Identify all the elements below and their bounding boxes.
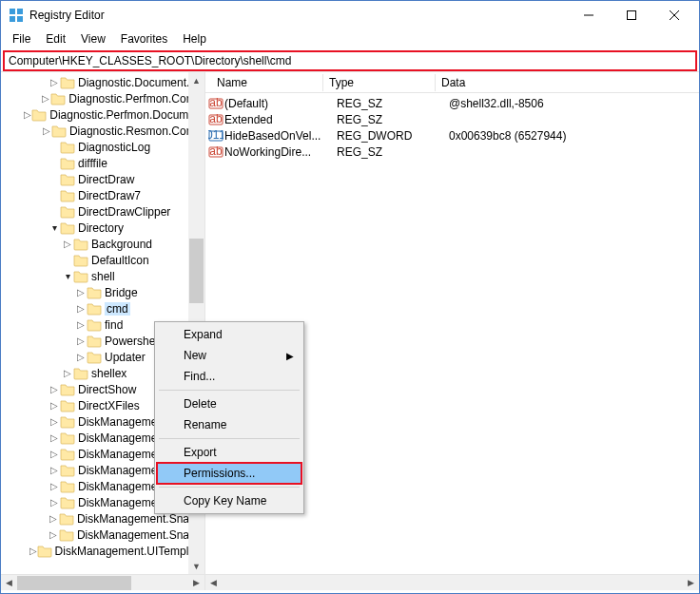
- ctx-copy-key-name[interactable]: Copy Key Name: [157, 490, 301, 511]
- scroll-left-button[interactable]: ◀: [1, 575, 17, 591]
- scroll-right-button[interactable]: ▶: [683, 575, 699, 591]
- expand-icon[interactable]: ▷: [48, 513, 59, 524]
- expand-icon[interactable]: ▷: [75, 335, 87, 346]
- tree-item-label: DirectShow: [78, 383, 136, 396]
- expand-icon[interactable]: ▷: [75, 352, 87, 362]
- list-row[interactable]: 011HideBasedOnVel...REG_DWORD0x00639bc8 …: [207, 127, 699, 144]
- tree-item[interactable]: DirectDraw: [1, 171, 204, 187]
- ctx-permissions[interactable]: Permissions...: [157, 463, 301, 484]
- tree-item[interactable]: ▷Diagnostic.Perfmon.Document: [1, 106, 204, 123]
- value-type: REG_SZ: [337, 113, 449, 126]
- svg-text:ab: ab: [209, 97, 223, 109]
- ctx-rename[interactable]: Rename: [157, 414, 301, 435]
- tree-item[interactable]: ▷Diagnostic.Perfmon.Config: [1, 90, 204, 106]
- expand-icon[interactable]: ▷: [75, 287, 87, 297]
- folder-icon: [60, 141, 75, 154]
- header-name[interactable]: Name: [211, 74, 323, 91]
- ctx-export[interactable]: Export: [157, 442, 301, 463]
- folder-icon: [60, 480, 75, 493]
- svg-rect-1: [17, 9, 23, 14]
- svg-text:ab: ab: [209, 145, 223, 158]
- tree-item[interactable]: DirectDrawClipper: [1, 203, 204, 220]
- folder-icon: [51, 125, 67, 138]
- ctx-label: Permissions...: [184, 467, 255, 480]
- list-row[interactable]: abNoWorkingDire...REG_SZ: [207, 144, 699, 160]
- expand-icon[interactable]: ▷: [49, 384, 60, 394]
- tree-item[interactable]: ▷Bridge: [1, 284, 204, 300]
- tree-item-label: DirectDraw7: [78, 189, 141, 202]
- scroll-thumb-h[interactable]: [17, 576, 131, 590]
- close-button[interactable]: [652, 2, 695, 29]
- menu-help[interactable]: Help: [175, 30, 214, 48]
- tree-item-label: Background: [91, 238, 152, 251]
- ctx-new[interactable]: New▶: [157, 345, 301, 366]
- maximize-button[interactable]: [610, 2, 652, 29]
- tree-item-label: Diagnostic.Perfmon.Document: [49, 108, 204, 122]
- list-scrollbar-horizontal[interactable]: ◀ ▶: [205, 574, 699, 590]
- expand-icon[interactable]: ▷: [49, 400, 60, 411]
- tree-item-label: DirectXFiles: [78, 399, 140, 412]
- scroll-thumb[interactable]: [189, 239, 204, 303]
- menu-file[interactable]: File: [5, 30, 38, 48]
- scroll-up-button[interactable]: ▲: [188, 72, 204, 88]
- tree-item[interactable]: ▷Diagnostic.Resmon.Config: [1, 123, 204, 139]
- tree-item[interactable]: ▷Background: [1, 236, 204, 252]
- expand-icon[interactable]: ▷: [62, 239, 73, 249]
- tree-item[interactable]: ▾Directory: [1, 220, 204, 236]
- expand-icon[interactable]: ▷: [41, 93, 50, 104]
- tree-item-label: DirectDraw: [78, 173, 134, 186]
- expand-icon[interactable]: ▷: [75, 303, 87, 314]
- expand-icon[interactable]: ▷: [48, 529, 59, 540]
- tree-item[interactable]: ▷DiskManagement.Snapin: [1, 527, 204, 543]
- scroll-down-button[interactable]: ▼: [188, 558, 204, 574]
- collapse-icon[interactable]: ▾: [62, 271, 73, 281]
- expand-icon[interactable]: ▷: [49, 77, 60, 87]
- tree-item[interactable]: DirectDraw7: [1, 187, 204, 203]
- folder-icon: [60, 383, 75, 396]
- minimize-button[interactable]: [567, 2, 610, 29]
- tree-item[interactable]: difffile: [1, 155, 204, 171]
- tree-item-label: DiskManagement.UITemplate: [55, 545, 204, 558]
- tree-item[interactable]: ▷DiskManagement.UITemplate: [1, 543, 204, 559]
- expand-icon[interactable]: ▷: [49, 416, 60, 427]
- tree-item[interactable]: DiagnosticLog: [1, 139, 204, 155]
- expand-icon[interactable]: ▷: [49, 432, 60, 443]
- folder-icon: [60, 205, 75, 219]
- tree-item[interactable]: ▾shell: [1, 268, 204, 284]
- ctx-expand[interactable]: Expand: [157, 324, 301, 345]
- expand-icon[interactable]: ▷: [75, 319, 87, 330]
- ctx-delete[interactable]: Delete: [157, 393, 301, 414]
- menu-edit[interactable]: Edit: [38, 30, 73, 48]
- tree-item[interactable]: DefaultIcon: [1, 252, 204, 268]
- header-type[interactable]: Type: [323, 74, 436, 91]
- tree-item[interactable]: ▷Diagnostic.Document.7: [1, 74, 204, 90]
- header-data[interactable]: Data: [436, 74, 699, 91]
- list-row[interactable]: ab(Default)REG_SZ@shell32.dll,-8506: [207, 95, 699, 111]
- folder-icon: [60, 76, 75, 89]
- address-bar[interactable]: Computer\HKEY_CLASSES_ROOT\Directory\she…: [3, 50, 697, 71]
- scroll-right-button[interactable]: ▶: [188, 575, 204, 591]
- svg-text:011: 011: [208, 129, 224, 142]
- list-row[interactable]: abExtendedREG_SZ: [207, 111, 699, 127]
- address-text: Computer\HKEY_CLASSES_ROOT\Directory\she…: [9, 54, 291, 67]
- tree-scrollbar-horizontal[interactable]: ◀ ▶: [1, 574, 204, 590]
- menu-view[interactable]: View: [73, 30, 113, 48]
- expand-icon[interactable]: ▷: [49, 497, 60, 508]
- svg-text:ab: ab: [209, 113, 223, 125]
- expand-icon[interactable]: ▷: [49, 449, 60, 459]
- context-menu: Expand New▶ Find... Delete Rename Export…: [154, 321, 304, 514]
- tree-item[interactable]: ▷cmd: [1, 300, 204, 316]
- expand-icon[interactable]: ▷: [24, 109, 31, 120]
- folder-icon: [60, 464, 75, 477]
- expand-icon[interactable]: ▷: [49, 481, 60, 491]
- collapse-icon[interactable]: ▾: [49, 222, 60, 233]
- ctx-find[interactable]: Find...: [157, 366, 301, 387]
- menu-favorites[interactable]: Favorites: [113, 30, 175, 48]
- expand-icon[interactable]: ▷: [49, 465, 60, 475]
- tree-item-label: Updater: [105, 351, 146, 364]
- expand-icon[interactable]: ▷: [42, 125, 51, 136]
- expand-icon[interactable]: ▷: [62, 368, 73, 378]
- scroll-left-button[interactable]: ◀: [205, 575, 222, 591]
- folder-icon: [60, 189, 75, 202]
- expand-icon[interactable]: ▷: [29, 546, 37, 556]
